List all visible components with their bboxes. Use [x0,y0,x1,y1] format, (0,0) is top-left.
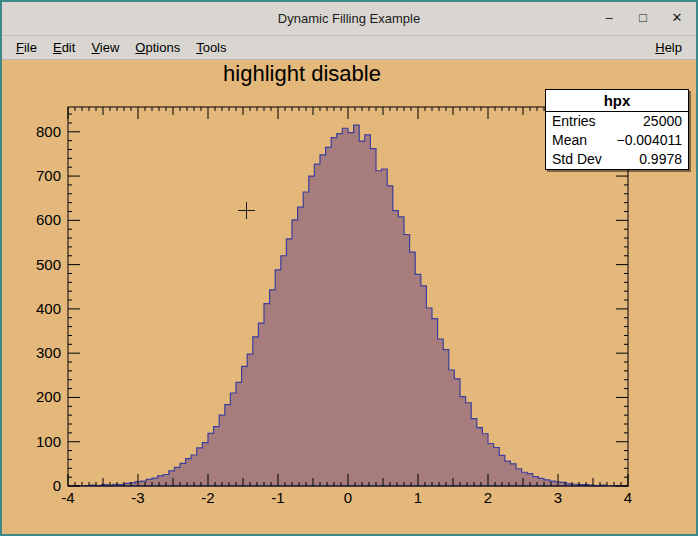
stats-row-entries: Entries 25000 [546,112,688,131]
svg-text:-4: -4 [61,489,74,506]
window-controls: – □ ✕ [596,7,690,29]
menu-file[interactable]: File [8,38,45,57]
minimize-button[interactable]: – [596,7,622,29]
svg-text:700: 700 [36,167,61,184]
menu-edit[interactable]: Edit [45,38,83,57]
stats-value-stddev: 0.9978 [639,150,682,169]
svg-text:1: 1 [414,489,422,506]
svg-text:2: 2 [484,489,492,506]
window-title: Dynamic Filling Example [2,11,696,26]
svg-text:200: 200 [36,388,61,405]
stats-box[interactable]: hpx Entries 25000 Mean −0.004011 Std Dev… [545,89,689,170]
stats-title: hpx [546,90,688,112]
title-bar[interactable]: Dynamic Filling Example – □ ✕ [2,2,696,36]
cursor-crosshair [238,202,255,219]
svg-text:300: 300 [36,344,61,361]
svg-text:500: 500 [36,256,61,273]
stats-value-mean: −0.004011 [616,131,682,150]
svg-text:400: 400 [36,300,61,317]
menu-tools[interactable]: Tools [188,38,234,57]
histogram-bars[interactable] [68,125,628,486]
plot-canvas[interactable]: highlight disable -4-3-2-101234010020030… [2,60,696,534]
svg-text:4: 4 [624,489,632,506]
menu-view[interactable]: View [83,38,127,57]
menu-options[interactable]: Options [127,38,188,57]
stats-row-stddev: Std Dev 0.9978 [546,150,688,169]
maximize-button[interactable]: □ [630,7,656,29]
svg-text:-1: -1 [271,489,284,506]
stats-label-entries: Entries [552,112,596,131]
root-canvas-window: Dynamic Filling Example – □ ✕ File Edit … [0,0,698,536]
svg-text:0: 0 [53,477,61,494]
menu-help[interactable]: Help [647,38,690,57]
stats-value-entries: 25000 [643,112,682,131]
close-button[interactable]: ✕ [664,7,690,29]
menu-bar: File Edit View Options Tools Help [2,36,696,60]
svg-text:-3: -3 [131,489,144,506]
stats-row-mean: Mean −0.004011 [546,131,688,150]
svg-text:3: 3 [554,489,562,506]
svg-text:-2: -2 [201,489,214,506]
svg-text:600: 600 [36,211,61,228]
svg-text:800: 800 [36,123,61,140]
stats-label-stddev: Std Dev [552,150,602,169]
svg-text:100: 100 [36,433,61,450]
stats-label-mean: Mean [552,131,587,150]
svg-text:0: 0 [344,489,352,506]
